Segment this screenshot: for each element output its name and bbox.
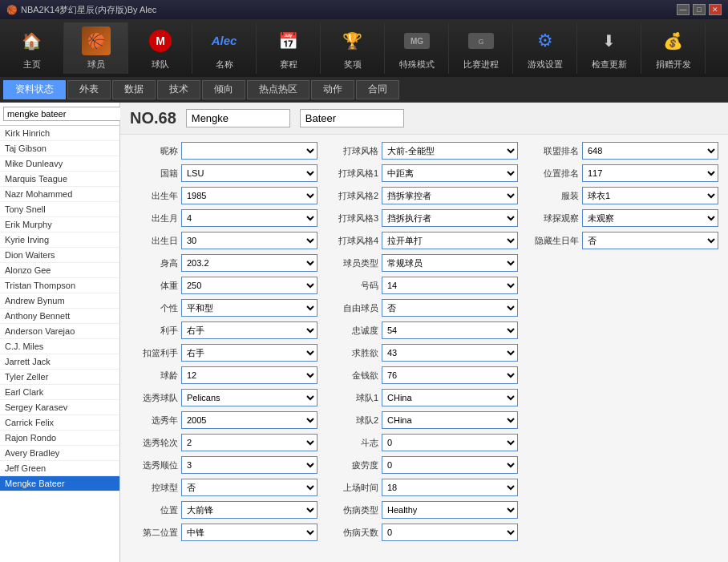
nav-item-progress[interactable]: G比赛进程 bbox=[449, 22, 513, 74]
tab-status[interactable]: 资料状态 bbox=[3, 80, 66, 99]
list-item[interactable]: Rajon Rondo bbox=[0, 431, 119, 446]
form-select-球龄[interactable]: 12 bbox=[181, 366, 317, 384]
list-item[interactable]: Erik Murphy bbox=[0, 217, 119, 232]
list-item[interactable]: Sergey Karasev bbox=[0, 400, 119, 415]
form-select-联盟排名[interactable]: 648 bbox=[582, 142, 718, 160]
list-item[interactable]: Nazr Mohammed bbox=[0, 187, 119, 202]
form-select-隐藏生日年[interactable]: 否 bbox=[582, 232, 718, 249]
form-select-球队1[interactable]: CHina bbox=[382, 389, 518, 406]
form-select-昵称[interactable] bbox=[181, 142, 317, 160]
list-item[interactable]: Kyrie Irving bbox=[0, 232, 119, 248]
form-label: 打球风格2 bbox=[330, 190, 378, 202]
form-select-出生年[interactable]: 1985 bbox=[181, 187, 317, 204]
list-item[interactable]: Mike Dunleavy bbox=[0, 156, 119, 172]
search-input[interactable] bbox=[3, 107, 122, 121]
player-last-name[interactable] bbox=[300, 109, 404, 127]
list-item[interactable]: C.J. Miles bbox=[0, 339, 119, 354]
form-select-打球风格4[interactable]: 拉开单打 bbox=[382, 232, 518, 249]
nav-label-player: 球员 bbox=[87, 59, 105, 71]
list-item[interactable]: Jarrett Jack bbox=[0, 354, 119, 370]
tab-skills[interactable]: 技术 bbox=[157, 80, 200, 99]
form-select-打球风格[interactable]: 大前-全能型 bbox=[382, 142, 518, 160]
form-label: 扣篮利手 bbox=[130, 347, 178, 359]
form-select-打球风格2[interactable]: 挡拆掌控者 bbox=[382, 187, 518, 204]
nav-item-alec[interactable]: Alec名称 bbox=[192, 22, 257, 74]
tab-contract[interactable]: 合同 bbox=[356, 80, 399, 99]
list-item[interactable]: Marquis Teague bbox=[0, 172, 119, 187]
form-select-控球型[interactable]: 否 bbox=[181, 479, 317, 496]
form-select-自由球员[interactable]: 否 bbox=[382, 299, 518, 317]
nav-item-home[interactable]: 🏠主页 bbox=[0, 22, 64, 74]
close-button[interactable]: ✕ bbox=[709, 4, 722, 15]
nav-item-player[interactable]: 🏀球员 bbox=[64, 22, 128, 74]
tab-data[interactable]: 数据 bbox=[112, 80, 156, 99]
form-select-国籍[interactable]: LSU bbox=[181, 164, 317, 182]
list-item[interactable]: Anthony Bennett bbox=[0, 309, 119, 324]
form-select-服装[interactable]: 球衣1 bbox=[582, 187, 718, 204]
list-item[interactable]: Jeff Green bbox=[0, 461, 119, 476]
list-item[interactable]: Andrew Bynum bbox=[0, 293, 119, 309]
team-icon: M bbox=[146, 26, 175, 55]
tab-tendency[interactable]: 倾向 bbox=[202, 80, 245, 99]
list-item[interactable]: Tony Snell bbox=[0, 202, 119, 217]
form-label: 选秀球队 bbox=[130, 392, 178, 404]
tab-actions[interactable]: 动作 bbox=[311, 80, 354, 99]
list-item[interactable]: Avery Bradley bbox=[0, 446, 119, 461]
form-select-选秀年[interactable]: 2005 bbox=[181, 411, 317, 429]
list-item[interactable]: Tyler Zeller bbox=[0, 370, 119, 385]
nav-item-donate[interactable]: 💰捐赠开发 bbox=[641, 22, 706, 74]
form-select-上场时间[interactable]: 18 bbox=[382, 479, 518, 496]
form-select-伤病类型[interactable]: Healthy bbox=[382, 501, 518, 519]
list-item[interactable]: Taj Gibson bbox=[0, 141, 119, 156]
form-select-出生日[interactable]: 30 bbox=[181, 232, 317, 249]
form-select-位置排名[interactable]: 117 bbox=[582, 164, 718, 182]
list-item[interactable]: Anderson Varejao bbox=[0, 324, 119, 339]
list-item[interactable]: Carrick Felix bbox=[0, 415, 119, 431]
form-select-忠诚度[interactable]: 54 bbox=[382, 321, 518, 339]
form-select-斗志[interactable]: 0 bbox=[382, 434, 518, 451]
form-select-求胜欲[interactable]: 43 bbox=[382, 344, 518, 362]
nav-item-team[interactable]: M球队 bbox=[128, 22, 192, 74]
form-select-疲劳度[interactable]: 0 bbox=[382, 456, 518, 474]
nav-item-settings[interactable]: ⚙游戏设置 bbox=[513, 22, 577, 74]
list-item[interactable]: Kirk Hinrich bbox=[0, 126, 119, 141]
list-item[interactable]: Earl Clark bbox=[0, 385, 119, 400]
form-select-第二位置[interactable]: 中锋 bbox=[181, 524, 317, 541]
form-select-选秀球队[interactable]: Pelicans bbox=[181, 389, 317, 406]
nav-item-update[interactable]: ⬇检查更新 bbox=[577, 22, 641, 74]
form-select-打球风格1[interactable]: 中距离 bbox=[382, 164, 518, 182]
nav-item-schedule[interactable]: 📅赛程 bbox=[257, 22, 321, 74]
player-first-name[interactable] bbox=[186, 109, 290, 127]
form-select-球队2[interactable]: CHina bbox=[382, 411, 518, 429]
form-select-球探观察[interactable]: 未观察 bbox=[582, 209, 718, 227]
form-select-位置[interactable]: 大前锋 bbox=[181, 501, 317, 519]
form-select-金钱欲[interactable]: 76 bbox=[382, 366, 518, 384]
form-select-利手[interactable]: 右手 bbox=[181, 321, 317, 339]
list-item[interactable]: Tristan Thompson bbox=[0, 278, 119, 293]
form-select-伤病天数[interactable]: 0 bbox=[382, 524, 518, 541]
form-select-出生月[interactable]: 4 bbox=[181, 209, 317, 227]
nav-item-special[interactable]: MG特殊模式 bbox=[385, 22, 449, 74]
form-select-体重[interactable]: 250 bbox=[181, 277, 317, 294]
form-select-打球风格3[interactable]: 挡拆执行者 bbox=[382, 209, 518, 227]
form-select-选秀轮次[interactable]: 2 bbox=[181, 434, 317, 451]
form-row: 打球风格1中距离 bbox=[330, 164, 518, 183]
form-select-号码[interactable]: 14 bbox=[382, 277, 518, 294]
form-select-球员类型[interactable]: 常规球员 bbox=[382, 254, 518, 272]
nav-item-trophy[interactable]: 🏆奖项 bbox=[321, 22, 385, 74]
form-select-扣篮利手[interactable]: 右手 bbox=[181, 344, 317, 362]
list-item[interactable]: Dion Waiters bbox=[0, 248, 119, 263]
form-row: 求胜欲43 bbox=[330, 343, 518, 362]
maximize-button[interactable]: □ bbox=[693, 4, 706, 15]
form-select-选秀顺位[interactable]: 3 bbox=[181, 456, 317, 474]
list-item[interactable]: Alonzo Gee bbox=[0, 263, 119, 278]
minimize-button[interactable]: — bbox=[677, 4, 690, 15]
tab-appearance[interactable]: 外表 bbox=[67, 80, 111, 99]
list-item[interactable]: Mengke Bateer bbox=[0, 476, 119, 491]
form-select-个性[interactable]: 平和型 bbox=[181, 299, 317, 317]
special-icon: MG bbox=[402, 26, 431, 55]
tab-hotzone[interactable]: 热点热区 bbox=[247, 80, 309, 99]
app-icon: 🏀 bbox=[6, 5, 18, 15]
form-label: 选秀轮次 bbox=[130, 437, 178, 449]
form-select-身高[interactable]: 203.2 bbox=[181, 254, 317, 272]
